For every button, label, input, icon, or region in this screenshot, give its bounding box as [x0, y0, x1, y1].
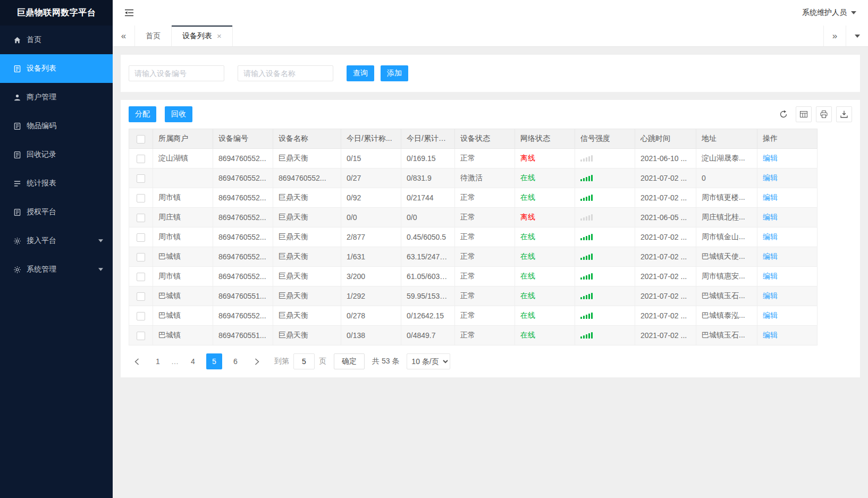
edit-link[interactable]: 编辑	[763, 193, 778, 201]
sidebar-item-recycle-record[interactable]: 回收记录	[0, 140, 113, 169]
page-number[interactable]: 4	[185, 353, 201, 369]
user-menu[interactable]: 系统维护人员	[802, 8, 856, 18]
pagination: 1…456 到第 页 确定 共 53 条 10 条/页	[129, 353, 852, 369]
cell-device-name: 巨鼎天衡	[273, 306, 341, 326]
user-name: 系统维护人员	[802, 8, 847, 18]
signal-bars-icon	[580, 233, 593, 240]
row-checkbox[interactable]	[137, 174, 145, 183]
prev-page-icon[interactable]	[129, 353, 145, 369]
edit-link[interactable]: 编辑	[763, 291, 778, 300]
cell-address: 周市镇更楼...	[696, 188, 757, 208]
device-list-icon	[13, 64, 21, 73]
edit-link[interactable]: 编辑	[763, 272, 778, 280]
cell-network-status: 离线	[515, 149, 575, 168]
tab-close-icon[interactable]: ×	[217, 32, 222, 40]
edit-link[interactable]: 编辑	[763, 213, 778, 221]
cell-merchant: 周市镇	[153, 267, 213, 286]
columns-icon[interactable]	[796, 106, 812, 122]
edit-link[interactable]: 编辑	[763, 154, 778, 162]
page-content: 查询 添加 分配 回收	[113, 47, 868, 498]
sidebar-item-system-manage[interactable]: 系统管理	[0, 255, 113, 284]
edit-link[interactable]: 编辑	[763, 252, 778, 260]
cell-device-status: 正常	[455, 267, 515, 286]
page-number[interactable]: 5	[206, 353, 222, 369]
sidebar-item-access-platform[interactable]: 接入平台	[0, 226, 113, 255]
sidebar-item-home[interactable]: 首页	[0, 26, 113, 54]
row-checkbox[interactable]	[137, 332, 145, 340]
row-checkbox[interactable]	[137, 194, 145, 202]
cell-today-weight: 0/0	[401, 208, 455, 227]
tabs-scroll-left-icon[interactable]: «	[113, 26, 135, 46]
add-button[interactable]: 添加	[381, 65, 408, 81]
sidebar-menu: 首页设备列表商户管理物品编码回收记录统计报表授权平台接入平台系统管理	[0, 26, 113, 284]
cell-today-weight: 0/169.15	[401, 149, 455, 168]
edit-link[interactable]: 编辑	[763, 311, 778, 319]
sidebar-item-label: 物品编码	[27, 121, 56, 131]
row-checkbox[interactable]	[137, 253, 145, 261]
tab-bar: « 首页设备列表× »	[113, 26, 868, 47]
print-icon[interactable]	[816, 106, 832, 122]
sidebar-item-item-code[interactable]: 物品编码	[0, 112, 113, 140]
page-size-select[interactable]: 10 条/页	[407, 353, 450, 369]
table-body: 淀山湖镇8694760552...巨鼎天衡0/150/169.15正常离线202…	[129, 149, 818, 345]
row-checkbox[interactable]	[137, 155, 145, 163]
tab-item[interactable]: 设备列表×	[172, 26, 233, 46]
cell-today-weight: 61.05/6038.1	[401, 267, 455, 286]
edit-link[interactable]: 编辑	[763, 232, 778, 241]
device-name-input[interactable]	[238, 65, 333, 81]
row-checkbox[interactable]	[137, 233, 145, 242]
select-all-checkbox[interactable]	[137, 135, 145, 144]
query-button[interactable]: 查询	[347, 65, 374, 81]
page-number[interactable]: 1	[150, 353, 166, 369]
sidebar-item-report[interactable]: 统计报表	[0, 169, 113, 198]
table-actions: 分配 回收	[129, 106, 192, 122]
next-page-icon[interactable]	[249, 353, 265, 369]
page-number[interactable]: 6	[227, 353, 243, 369]
tabs-menu-icon[interactable]	[846, 26, 868, 46]
cell-signal	[575, 306, 635, 326]
collapse-sidebar-icon[interactable]	[124, 9, 134, 17]
cell-device-status: 待激活	[455, 168, 515, 188]
edit-link[interactable]: 编辑	[763, 173, 778, 182]
row-checkbox[interactable]	[137, 312, 145, 320]
confirm-button[interactable]: 确定	[334, 353, 365, 369]
access-platform-icon	[13, 237, 21, 245]
tabs: 首页设备列表×	[135, 26, 233, 46]
merchant-icon	[13, 93, 21, 102]
cell-today-weight: 0/4849.7	[401, 326, 455, 345]
cell-signal	[575, 208, 635, 227]
export-icon[interactable]	[836, 106, 852, 122]
sidebar-item-auth-platform[interactable]: 授权平台	[0, 198, 113, 226]
topbar: 系统维护人员	[113, 0, 868, 26]
chevron-down-icon	[98, 239, 103, 242]
goto-page-input[interactable]	[293, 353, 315, 369]
cell-network-status: 在线	[515, 227, 575, 247]
cell-today-count: 2/877	[341, 227, 401, 247]
item-code-icon	[13, 122, 21, 130]
auth-platform-icon	[13, 208, 21, 216]
device-no-input[interactable]	[129, 65, 224, 81]
allocate-button[interactable]: 分配	[129, 106, 156, 122]
cell-device-status: 正常	[455, 149, 515, 168]
tab-item[interactable]: 首页	[135, 26, 172, 46]
cell-device-name: 巨鼎天衡	[273, 247, 341, 267]
refresh-icon[interactable]	[776, 106, 791, 122]
table-tool-icons	[776, 106, 852, 122]
sidebar-item-merchant[interactable]: 商户管理	[0, 83, 113, 112]
cell-today-count: 0/278	[341, 306, 401, 326]
row-checkbox[interactable]	[137, 214, 145, 222]
cell-merchant: 周庄镇	[153, 208, 213, 227]
cell-network-status: 在线	[515, 188, 575, 208]
edit-link[interactable]: 编辑	[763, 331, 778, 339]
goto-label: 到第	[274, 357, 289, 366]
row-checkbox[interactable]	[137, 292, 145, 301]
page-ellipsis[interactable]: …	[171, 357, 180, 366]
table-row: 周市镇8694760552...巨鼎天衡3/20061.05/6038.1正常在…	[129, 267, 818, 286]
recycle-button[interactable]: 回收	[165, 106, 192, 122]
sidebar-item-device-list[interactable]: 设备列表	[0, 54, 113, 83]
tabs-scroll-right-icon[interactable]: »	[823, 26, 846, 46]
cell-device-no: 8694760551...	[213, 286, 273, 306]
row-checkbox[interactable]	[137, 273, 145, 281]
cell-heartbeat: 2021-07-02 ...	[635, 188, 696, 208]
sidebar-item-label: 系统管理	[27, 265, 56, 274]
